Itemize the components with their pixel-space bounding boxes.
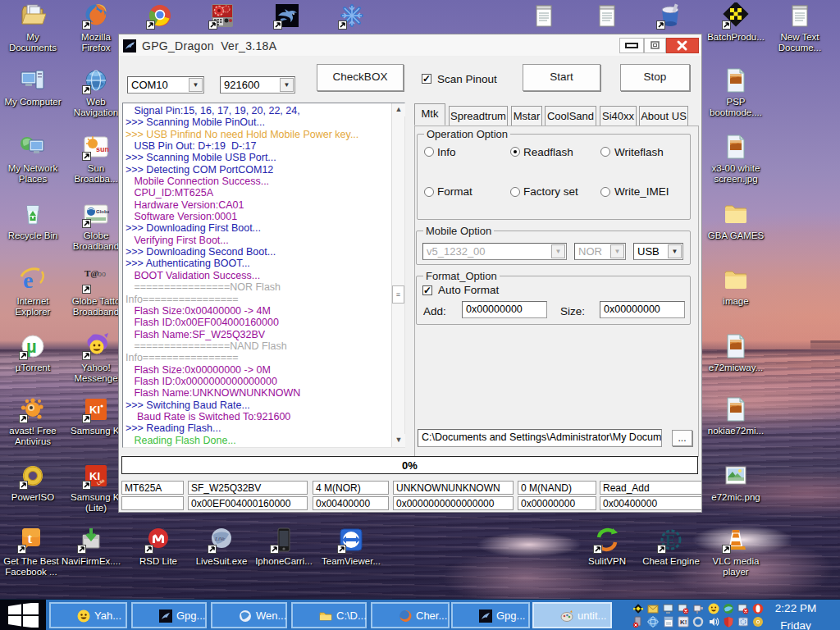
svg-text:E: E [665,532,676,549]
svg-text:Globe: Globe [96,209,109,214]
svg-text:sun: sun [96,145,109,153]
svg-text:t: t [28,531,33,546]
svg-text:K!: K! [680,619,687,626]
svg-text:oo: oo [98,270,106,278]
svg-text:LiVe: LiVe [214,536,225,542]
svg-text:T@: T@ [84,268,99,278]
